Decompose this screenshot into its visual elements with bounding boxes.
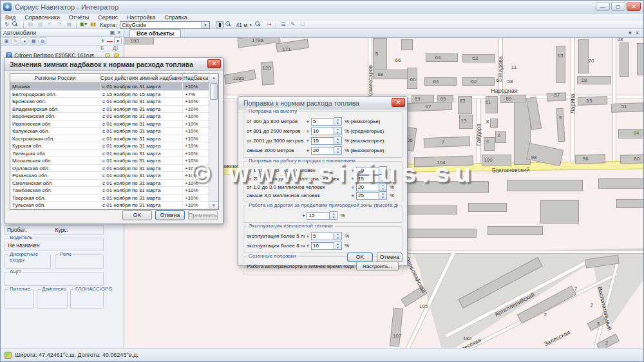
table-scrollbar[interactable]: ▲ ▼ (209, 74, 218, 209)
tab-all-objects[interactable]: Все объекты (129, 29, 181, 37)
globe-icon[interactable]: ● (21, 37, 28, 44)
zoom-level-dropdown[interactable]: 41 м ▼ (235, 21, 254, 29)
spin-down-icon[interactable]: ▼ (334, 122, 341, 126)
scroll-up-icon[interactable]: ▲ (209, 74, 218, 82)
edit-vehicle-icon[interactable]: ✎ (12, 37, 19, 44)
spinner-buttons[interactable]: ▲▼ (334, 242, 342, 250)
winter-ok-button[interactable]: OK (122, 210, 152, 220)
menu-item-Сервис[interactable]: Сервис (93, 14, 122, 21)
chart-icon[interactable]: ▮▮ (89, 21, 97, 28)
zoom-in-icon[interactable] (225, 21, 234, 28)
add-vehicle-icon[interactable]: ＋ (100, 37, 106, 45)
menu-item-Вид[interactable]: Вид (1, 14, 20, 21)
spinner-input[interactable] (356, 184, 379, 191)
redo-icon[interactable]: ↷ (55, 21, 64, 28)
chevron-down-icon[interactable]: ▼ (202, 22, 209, 28)
table-row[interactable]: Тульская обл.с 01 ноября по 31 марта+10% (10, 202, 218, 209)
view-dropdown-icon[interactable]: ▾ (114, 37, 122, 44)
car-icon[interactable]: ▣ (3, 37, 10, 44)
winter-dialog-close-icon[interactable]: ✕ (207, 59, 221, 68)
spinner-buttons[interactable]: ▲▼ (334, 117, 342, 126)
zoom-out-icon[interactable] (255, 21, 263, 28)
table-row[interactable]: Смоленская обл.с 01 ноября по 31 марта+1… (10, 180, 218, 187)
zoom-search-icon[interactable] (12, 21, 21, 28)
refresh-icon[interactable]: ↻ (3, 21, 11, 28)
spinner-input[interactable] (356, 192, 379, 200)
web-icon[interactable]: ◍ (39, 37, 46, 44)
table-row[interactable]: Владимирская обл.с 01 ноября по 31 марта… (10, 106, 218, 113)
configure-button[interactable]: Настроить... (356, 262, 399, 271)
remove-vehicle-icon[interactable]: — (107, 38, 113, 44)
edit-icon[interactable]: ✎ (289, 21, 297, 28)
table-row[interactable]: Калужская обл.с 01 ноября по 31 марта+10… (10, 128, 218, 135)
maximize-button[interactable]: ▢ (611, 3, 625, 11)
scrollbar-thumb[interactable] (210, 83, 218, 100)
spin-down-icon[interactable]: ▼ (379, 171, 386, 175)
spinner-buttons[interactable]: ▲▼ (379, 183, 387, 191)
spin-down-icon[interactable]: ▼ (334, 246, 341, 250)
report-icon[interactable]: ▤ (26, 21, 35, 28)
menu-item-Справка[interactable]: Справка (160, 14, 191, 21)
spinner-input[interactable] (311, 128, 334, 135)
table-row[interactable]: Рязанская обл.с 01 ноября по 31 марта+10… (10, 172, 218, 180)
corrections-ok-button[interactable]: OK (347, 252, 373, 262)
spinner-buttons[interactable]: ▲▼ (334, 232, 342, 240)
corrections-cancel-button[interactable]: Отмена (377, 252, 402, 262)
grid-icon[interactable]: ▦ (65, 21, 73, 28)
winter-cancel-button[interactable]: Отмена (155, 210, 185, 220)
spin-down-icon[interactable]: ▼ (379, 187, 386, 191)
close-panel-icon[interactable]: ✕ (117, 29, 121, 36)
spin-down-icon[interactable]: ▼ (334, 151, 341, 155)
spinner-input[interactable] (356, 167, 379, 175)
table-row[interactable]: Брянская обл.с 01 ноября по 31 марта+10% (10, 98, 218, 106)
list-icon[interactable]: ☰ (279, 21, 287, 28)
spin-down-icon[interactable]: ▼ (330, 216, 337, 220)
table-row[interactable]: Тверская обл.с 01 ноября по 31 марта+10% (10, 195, 218, 202)
tab-list-dropdown-icon[interactable]: ▼ (627, 30, 632, 36)
minimize-button[interactable]: — (596, 3, 610, 11)
corrections-dialog-close-icon[interactable]: ✕ (392, 98, 405, 107)
pin-icon[interactable]: ▣ (110, 29, 115, 36)
spinner-input[interactable] (356, 175, 379, 183)
menu-item-Настройка[interactable]: Настройка (122, 14, 160, 21)
spinner-input[interactable] (311, 147, 334, 155)
menu-item-Справочники[interactable]: Справочники (20, 14, 64, 21)
spinner-input[interactable] (311, 137, 334, 145)
spinner-input[interactable] (307, 212, 330, 220)
scroll-down-icon[interactable]: ▼ (209, 201, 218, 209)
spin-down-icon[interactable]: ▼ (379, 196, 386, 200)
table-row[interactable]: Курская обл.с 01 ноября по 31 марта+10% (10, 142, 218, 150)
undo-icon[interactable]: ↶ (46, 21, 54, 28)
table-row[interactable]: Ивановская обл.с 01 ноября по 31 марта+1… (10, 120, 218, 128)
table-row[interactable]: Орловская обл.с 01 ноября по 31 марта+10… (10, 165, 218, 173)
track-icon[interactable]: ▥ (36, 21, 44, 28)
spinner-buttons[interactable]: ▲▼ (334, 146, 342, 155)
map-provider-combobox[interactable]: CityGuide ▼ (120, 21, 210, 29)
checkbox-icon[interactable]: ☐ (298, 21, 307, 28)
spin-down-icon[interactable]: ▼ (334, 141, 341, 145)
winter-apply-button[interactable]: Применить (188, 210, 218, 220)
spin-down-icon[interactable]: ▼ (334, 236, 341, 240)
ruler-icon[interactable]: ▮ (216, 21, 224, 28)
spinner-input[interactable] (311, 233, 334, 240)
close-button[interactable]: ✕ (627, 3, 641, 11)
spin-down-icon[interactable]: ▼ (334, 131, 341, 135)
spinner-buttons[interactable]: ▲▼ (379, 166, 387, 175)
route-icon[interactable]: ↝ (265, 21, 273, 28)
table-row[interactable]: Белгородская обл.с 15 ноября по 15 марта… (10, 91, 218, 99)
spinner-buttons[interactable]: ▲▼ (334, 127, 342, 135)
table-row[interactable]: Липецкая обл.с 01 ноября по 31 марта+10% (10, 150, 218, 158)
photo-icon[interactable]: ▦ (30, 37, 37, 44)
vehicle-icon[interactable]: ▣▾ (79, 21, 88, 28)
table-row[interactable]: Тамбовская обл.с 01 ноября по 31 марта+1… (10, 187, 218, 195)
menu-item-Отчёты[interactable]: Отчёты (64, 14, 93, 21)
table-row[interactable]: Воронежская обл.с 01 ноября по 31 марта+… (10, 113, 218, 120)
spinner-buttons[interactable]: ▲▼ (379, 175, 387, 183)
spinner-buttons[interactable]: ▲▼ (334, 137, 342, 145)
tab-close-icon[interactable]: ✕ (635, 30, 639, 36)
spinner-buttons[interactable]: ▲▼ (330, 211, 337, 220)
spinner-input[interactable] (311, 242, 334, 250)
table-row[interactable]: Москвас 01 ноября по 31 марта+10% (10, 83, 218, 91)
spinner-buttons[interactable]: ▲▼ (379, 191, 387, 200)
spin-down-icon[interactable]: ▼ (379, 179, 386, 183)
